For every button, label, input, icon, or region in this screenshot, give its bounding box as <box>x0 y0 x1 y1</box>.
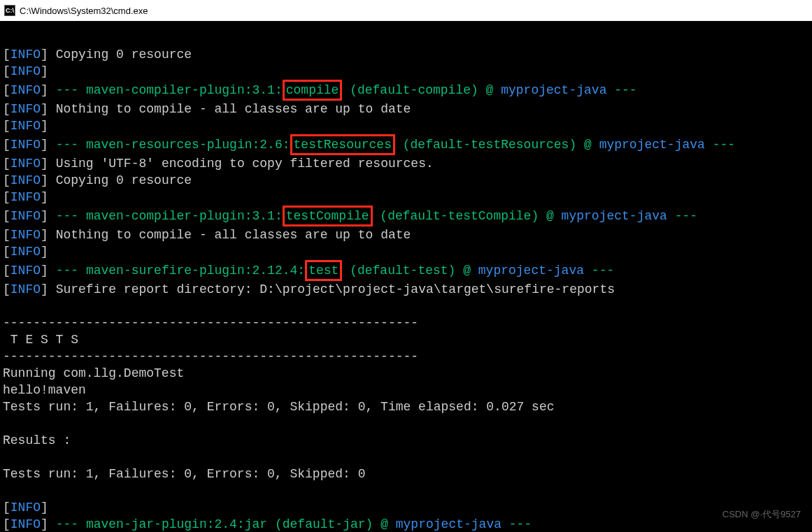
separator: ----------------------------------------… <box>3 350 418 364</box>
info-tag: INFO <box>10 228 41 242</box>
log-line: Nothing to compile - all classes are up … <box>56 228 411 242</box>
project-ref: myproject-java <box>478 264 584 278</box>
log-line: Running com.llg.DemoTest <box>3 366 184 380</box>
plugin-name: maven-compiler-plugin:3.1: <box>86 209 283 223</box>
log-line: Copying 0 resource <box>56 48 192 62</box>
highlight-compile: compile <box>283 80 343 101</box>
info-tag: INFO <box>10 517 41 531</box>
tests-header: T E S T S <box>10 333 78 347</box>
dash-prefix: --- <box>56 517 86 531</box>
plugin-name: maven-resources-plugin:2.6: <box>86 138 290 152</box>
info-tag: INFO <box>10 264 41 278</box>
goal-suffix: (default-compile) @ <box>342 83 501 97</box>
log-line: Tests run: 1, Failures: 0, Errors: 0, Sk… <box>3 400 555 414</box>
info-tag: INFO <box>10 157 41 171</box>
watermark: CSDN @·代号9527 <box>722 508 801 521</box>
log-line: hello!maven <box>3 383 86 397</box>
info-tag: INFO <box>10 83 41 97</box>
log-line: Results : <box>3 433 71 447</box>
log-line: Copying 0 resource <box>56 173 192 187</box>
goal-suffix: (default-testCompile) @ <box>373 209 562 223</box>
window-titlebar[interactable]: C:\ C:\Windows\System32\cmd.exe <box>0 0 812 21</box>
info-tag: INFO <box>10 119 41 133</box>
info-tag: INFO <box>10 138 41 152</box>
plugin-name: maven-compiler-plugin:3.1: <box>86 83 283 97</box>
log-line: Tests run: 1, Failures: 0, Errors: 0, Sk… <box>3 467 365 481</box>
goal-suffix: (default-jar) @ <box>267 517 396 531</box>
dash-prefix: --- <box>56 138 86 152</box>
goal-suffix: (default-testResources) @ <box>395 138 599 152</box>
separator: ----------------------------------------… <box>3 316 418 330</box>
info-tag: INFO <box>10 173 41 187</box>
info-tag: INFO <box>10 501 41 515</box>
log-line: Using 'UTF-8' encoding to copy filtered … <box>56 157 434 171</box>
plugin-name: maven-surefire-plugin:2.12.4: <box>86 264 305 278</box>
project-ref: myproject-java <box>501 83 606 97</box>
dash-prefix: --- <box>56 264 86 278</box>
plugin-name: maven-jar-plugin:2.4:jar <box>86 517 267 531</box>
project-ref: myproject-java <box>599 138 705 152</box>
highlight-testcompile: testCompile <box>283 206 373 227</box>
window-title: C:\Windows\System32\cmd.exe <box>20 6 148 16</box>
project-ref: myproject-java <box>396 517 501 531</box>
info-tag: INFO <box>10 282 41 296</box>
goal-suffix: (default-test) @ <box>342 264 478 278</box>
project-ref: myproject-java <box>562 209 667 223</box>
log-line: Nothing to compile - all classes are up … <box>56 102 411 116</box>
info-tag: INFO <box>10 245 41 259</box>
dash-prefix: --- <box>56 83 86 97</box>
info-tag: INFO <box>10 209 41 223</box>
info-tag: INFO <box>10 64 41 78</box>
highlight-testresources: testResources <box>290 134 395 155</box>
terminal-output: [INFO] Copying 0 resource [INFO] [INFO] … <box>0 21 812 532</box>
info-tag: INFO <box>10 102 41 116</box>
cmd-icon: C:\ <box>4 5 15 16</box>
info-tag: INFO <box>10 48 41 62</box>
dash-prefix: --- <box>56 209 86 223</box>
log-line: Surefire report directory: D:\project\pr… <box>56 282 615 296</box>
info-tag: INFO <box>10 190 41 204</box>
highlight-test: test <box>305 260 342 281</box>
